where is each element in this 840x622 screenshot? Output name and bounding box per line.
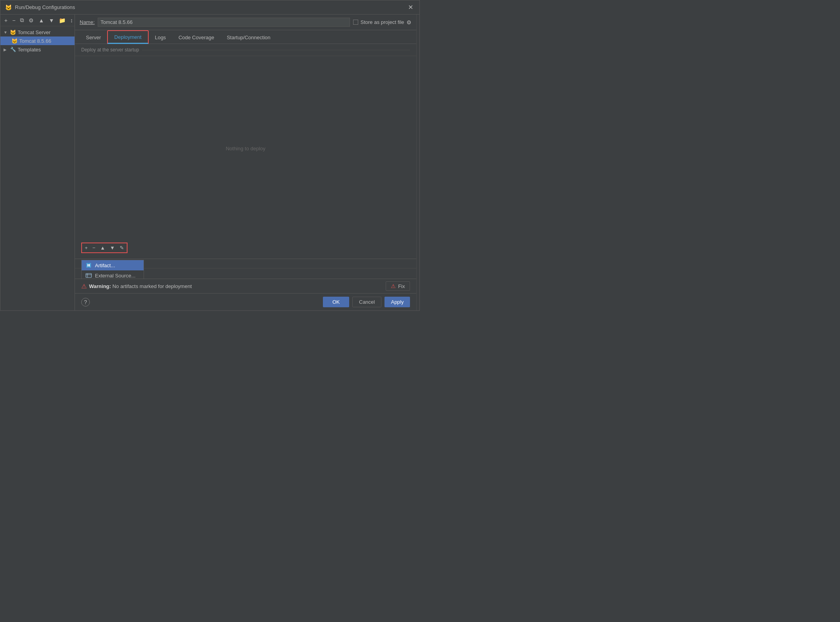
templates-label: Templates — [18, 47, 41, 53]
dialog-icon: 🐱 — [5, 4, 12, 11]
tomcat-server-label: Tomcat Server — [18, 29, 51, 35]
dropdown-external-source-item[interactable]: External Source... — [82, 270, 144, 279]
store-project-checkbox[interactable] — [353, 20, 358, 25]
fix-icon: ⚠ — [391, 283, 396, 289]
artifact-icon — [86, 262, 92, 268]
sort-config-button[interactable]: ↕ — [69, 16, 75, 24]
scrollbar[interactable] — [416, 15, 419, 310]
fix-label: Fix — [398, 283, 405, 289]
nothing-to-deploy-text: Nothing to deploy — [226, 146, 265, 151]
folder-config-button[interactable]: 📁 — [57, 16, 67, 24]
tomcat-instance-icon: 🐱 — [11, 38, 18, 44]
tomcat-server-icon: 🐱 — [10, 29, 16, 35]
deploy-remove-button[interactable]: − — [91, 244, 98, 252]
warning-text: Warning: No artifacts marked for deploym… — [89, 283, 192, 289]
tab-startup-connection[interactable]: Startup/Connection — [220, 31, 277, 44]
tab-deployment[interactable]: Deployment — [107, 30, 148, 44]
cancel-button[interactable]: Cancel — [352, 297, 381, 307]
dropdown-artifact-item[interactable]: Artifact... — [82, 260, 144, 270]
deploy-edit-button[interactable]: ✎ — [118, 244, 126, 252]
tree-tomcat-instance[interactable]: 🐱 Tomcat 8.5.66 — [0, 36, 75, 45]
tab-logs[interactable]: Logs — [149, 31, 172, 44]
tree-tomcat-server[interactable]: ▼ 🐱 Tomcat Server — [0, 28, 75, 36]
dropdown-artifact-label: Artifact... — [95, 263, 115, 268]
store-project-gear-icon[interactable]: ⚙ — [406, 19, 412, 26]
action-buttons: OK Cancel Apply — [323, 297, 410, 307]
dialog-title: Run/Debug Configurations — [15, 4, 75, 10]
deploy-bottom-toolbar-area: + − ▲ ▼ ✎ — [75, 241, 416, 255]
external-source-icon — [86, 272, 92, 279]
remove-config-button[interactable]: − — [11, 16, 17, 24]
tab-server[interactable]: Server — [80, 31, 107, 44]
tab-content-deployment: Deploy at the server startup Nothing to … — [75, 44, 416, 279]
copy-config-button[interactable]: ⧉ — [18, 16, 26, 24]
templates-icon: 🔧 — [10, 46, 16, 53]
tomcat-instance-label: Tomcat 8.5.66 — [19, 38, 51, 44]
name-label: Name: — [80, 19, 95, 25]
deploy-dropdown-menu: Artifact... External Source... — [81, 260, 144, 279]
deploy-up-button[interactable]: ▲ — [98, 244, 107, 252]
ok-button[interactable]: OK — [323, 297, 349, 307]
tab-code-coverage[interactable]: Code Coverage — [172, 31, 220, 44]
deploy-add-button[interactable]: + — [83, 244, 90, 252]
dropdown-external-label: External Source... — [95, 273, 135, 279]
warning-left: ⚠ Warning: No artifacts marked for deplo… — [81, 283, 192, 290]
apply-button[interactable]: Apply — [384, 297, 410, 307]
deploy-mini-toolbar: + − ▲ ▼ ✎ — [81, 243, 128, 253]
deploy-down-button[interactable]: ▼ — [108, 244, 117, 252]
expand-tomcat-server-icon: ▼ — [4, 30, 8, 35]
fix-button[interactable]: ⚠ Fix — [386, 281, 410, 291]
warning-bar: ⚠ Warning: No artifacts marked for deplo… — [75, 279, 416, 293]
add-config-button[interactable]: + — [3, 16, 9, 24]
store-project-label: Store as project file — [361, 19, 404, 25]
settings-config-button[interactable]: ⚙ — [27, 16, 35, 24]
down-config-button[interactable]: ▼ — [47, 16, 56, 24]
up-config-button[interactable]: ▲ — [37, 16, 46, 24]
tabs-bar: Server Deployment Logs Code Coverage Sta… — [75, 30, 416, 44]
tree-templates[interactable]: ▶ 🔧 Templates — [0, 45, 75, 54]
bottom-buttons: ? OK Cancel Apply — [75, 293, 416, 310]
close-button[interactable]: ✕ — [406, 3, 415, 12]
svg-rect-3 — [86, 274, 91, 277]
help-button[interactable]: ? — [81, 298, 90, 306]
deploy-section-label: Deploy at the server startup — [75, 44, 416, 56]
empty-deploy-area: Nothing to deploy — [75, 56, 416, 241]
expand-templates-icon: ▶ — [4, 47, 8, 52]
name-input[interactable] — [98, 18, 350, 27]
warning-icon: ⚠ — [81, 283, 87, 290]
